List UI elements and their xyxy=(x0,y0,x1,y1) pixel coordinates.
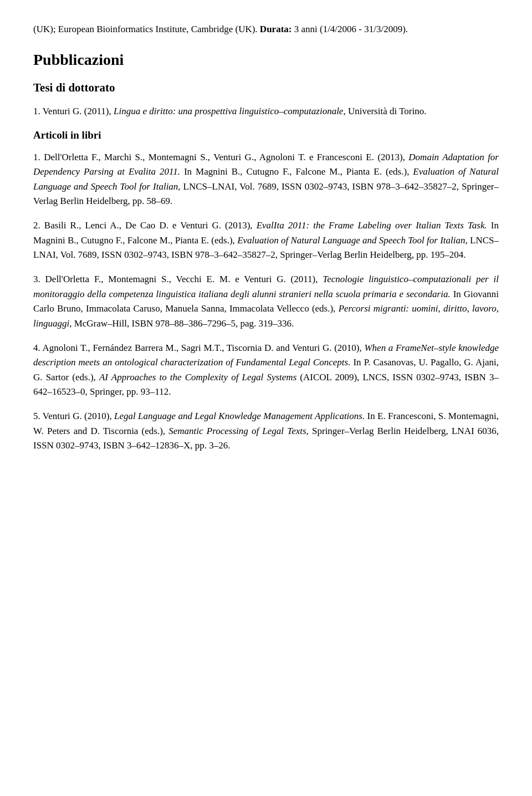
pub3-details: McGraw–Hill, ISBN 978–88–386–7296–5, pag… xyxy=(71,318,294,329)
publication-item-4: Agnoloni T., Fernández Barrera M., Sagri… xyxy=(33,341,499,399)
pub3-authors: Dell'Orletta F., Montemagni S., Vecchi E… xyxy=(45,274,323,284)
pub1-authors: Dell'Orletta F., Marchi S., Montemagni S… xyxy=(44,152,408,162)
publication-item-5: Venturi G. (2010), Legal Language and Le… xyxy=(33,409,499,453)
pub5-title: Legal Language and Legal Knowledge Manag… xyxy=(114,411,365,421)
durata-value: 3 anni (1/4/2006 - 31/3/2009). xyxy=(294,24,408,34)
pub2-title: EvalIta 2011: the Frame Labeling over It… xyxy=(257,220,487,231)
thesis-item: 1. Venturi G. (2011), Lingua e diritto: … xyxy=(33,104,499,119)
pub2-book: Evaluation of Natural Language and Speec… xyxy=(237,235,468,246)
articoli-heading: Articoli in libri xyxy=(33,129,499,142)
publication-item-3: Dell'Orletta F., Montemagni S., Vecchi E… xyxy=(33,272,499,330)
pubblicazioni-heading: Pubblicazioni xyxy=(33,50,499,70)
pub4-book: AI Approaches to the Complexity of Legal… xyxy=(99,372,296,382)
publications-list: Dell'Orletta F., Marchi S., Montemagni S… xyxy=(33,150,499,453)
pub5-book: Semantic Processing of Legal Texts, xyxy=(168,426,309,436)
pub5-authors: Venturi G. (2010), xyxy=(43,411,114,421)
thesis-number: 1. xyxy=(33,106,40,116)
pub2-authors: Basili R., Lenci A., De Cao D. e Venturi… xyxy=(44,220,257,231)
thesis-title: Lingua e diritto: una prospettiva lingui… xyxy=(114,106,346,116)
publication-item-2: Basili R., Lenci A., De Cao D. e Venturi… xyxy=(33,218,499,262)
durata-label: Durata: xyxy=(260,24,294,34)
intro-institutions: (UK); European Bioinformatics Institute,… xyxy=(33,24,258,34)
pub1-editors: In Magnini B., Cutugno F., Falcone M., P… xyxy=(180,166,413,177)
thesis-author-year: Venturi G. (2011), xyxy=(43,106,111,116)
tesi-heading: Tesi di dottorato xyxy=(33,80,499,95)
intro-paragraph: (UK); European Bioinformatics Institute,… xyxy=(33,22,499,37)
intro-text: (UK); European Bioinformatics Institute,… xyxy=(33,22,499,37)
publication-item-1: Dell'Orletta F., Marchi S., Montemagni S… xyxy=(33,150,499,208)
pub4-authors: Agnoloni T., Fernández Barrera M., Sagri… xyxy=(43,343,365,353)
